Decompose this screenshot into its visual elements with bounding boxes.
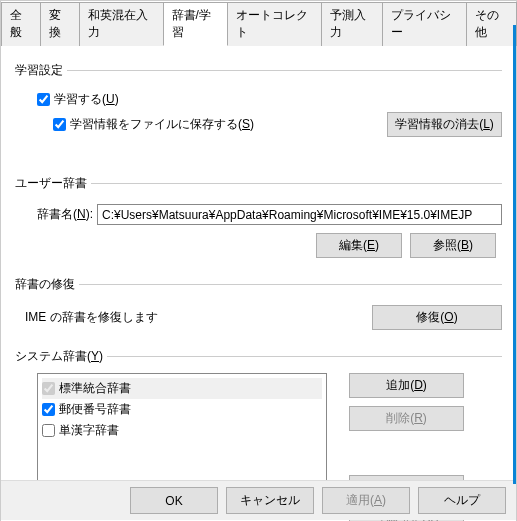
tab-privacy[interactable]: プライバシー [382,2,466,46]
browse-dict-button[interactable]: 参照(B) [410,233,496,258]
clear-learning-button[interactable]: 学習情報の消去(L) [387,112,502,137]
dialog-footer: OK キャンセル 適用(A) ヘルプ [1,480,516,520]
sys-dict-item-checkbox [42,382,55,395]
apply-button: 適用(A) [322,487,410,514]
tab-mixed-input[interactable]: 和英混在入力 [79,2,163,46]
window-accent-edge [513,25,516,484]
list-item[interactable]: 標準統合辞書 [42,378,322,399]
tab-content: 学習設定 学習する(U) 学習情報をファイルに保存する(S) 学習情報の消去(L… [1,46,516,521]
sys-dict-item-label: 標準統合辞書 [59,380,131,397]
edit-dict-button[interactable]: 編集(E) [316,233,402,258]
dict-path-input[interactable] [97,204,502,225]
save-learning-file-checkbox[interactable] [53,118,66,131]
repair-desc: IME の辞書を修復します [25,309,158,326]
tab-other[interactable]: その他 [466,2,517,46]
add-sys-dict-button[interactable]: 追加(D) [349,373,464,398]
sys-dict-item-checkbox[interactable] [42,403,55,416]
sys-dict-item-label: 単漢字辞書 [59,422,119,439]
ok-button[interactable]: OK [130,487,218,514]
repair-button[interactable]: 修復(O) [372,305,502,330]
tab-dictionary-learning[interactable]: 辞書/学習 [163,2,228,46]
sys-dict-legend: システム辞書(Y) [15,348,107,365]
learning-legend: 学習設定 [15,62,67,79]
user-dict-legend: ユーザー辞書 [15,175,91,192]
delete-sys-dict-button: 削除(R) [349,406,464,431]
tab-general[interactable]: 全般 [1,2,41,46]
learn-checkbox[interactable] [37,93,50,106]
learning-settings-group: 学習設定 学習する(U) 学習情報をファイルに保存する(S) 学習情報の消去(L… [15,62,502,149]
settings-window: 全般 変換 和英混在入力 辞書/学習 オートコレクト 予測入力 プライバシー そ… [0,0,517,521]
sys-dict-item-checkbox[interactable] [42,424,55,437]
sys-dict-item-label: 郵便番号辞書 [59,401,131,418]
dict-repair-group: 辞書の修復 IME の辞書を修復します 修復(O) [15,276,502,342]
list-item[interactable]: 単漢字辞書 [42,420,322,441]
dict-name-label: 辞書名(N): [37,206,93,223]
tab-strip: 全般 変換 和英混在入力 辞書/学習 オートコレクト 予測入力 プライバシー そ… [1,1,516,46]
repair-legend: 辞書の修復 [15,276,79,293]
cancel-button[interactable]: キャンセル [226,487,314,514]
user-dictionary-group: ユーザー辞書 辞書名(N): 編集(E) 参照(B) [15,175,502,270]
tab-predictive[interactable]: 予測入力 [321,2,383,46]
list-item[interactable]: 郵便番号辞書 [42,399,322,420]
tab-autocorrect[interactable]: オートコレクト [227,2,322,46]
tab-conversion[interactable]: 変換 [40,2,80,46]
save-learning-file-label[interactable]: 学習情報をファイルに保存する(S) [70,116,254,133]
learn-label[interactable]: 学習する(U) [54,91,119,108]
help-button[interactable]: ヘルプ [418,487,506,514]
